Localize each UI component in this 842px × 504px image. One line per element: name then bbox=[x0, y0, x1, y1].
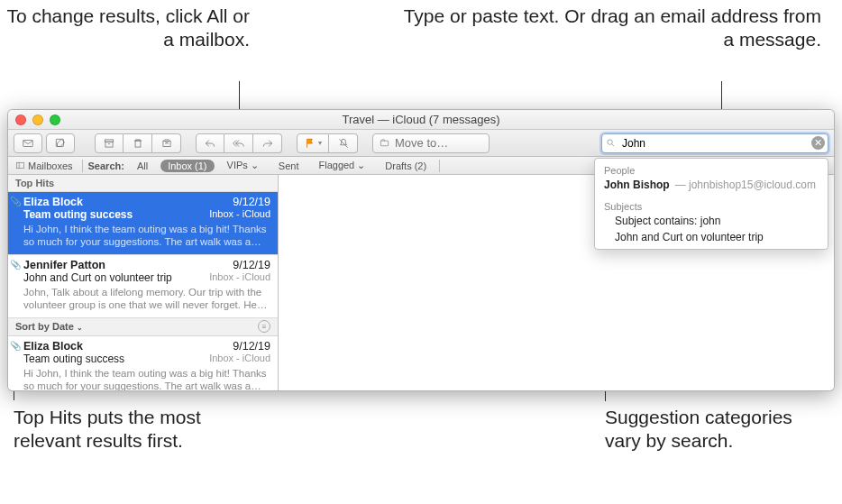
date: 9/12/19 bbox=[233, 340, 270, 353]
message-row[interactable]: 📎 Eliza Block9/12/19 Team outing success… bbox=[8, 192, 278, 255]
callout-tophits: Top Hits puts the most relevant results … bbox=[14, 406, 248, 454]
suggestion-category-people: People bbox=[595, 162, 828, 177]
mailboxes-label: Mailboxes bbox=[28, 160, 73, 171]
attachment-icon: 📎 bbox=[10, 341, 21, 351]
flag-icon bbox=[304, 137, 316, 150]
preview: Hi John, I think the team outing was a b… bbox=[23, 223, 270, 249]
chevron-down-icon: ⌄ bbox=[248, 160, 259, 170]
archive-icon bbox=[103, 137, 115, 150]
suggestion-person[interactable]: John Bishop — johnbishop15@icloud.com bbox=[595, 177, 828, 193]
compose-icon bbox=[54, 137, 67, 150]
search-icon bbox=[606, 137, 616, 151]
sender: Eliza Block bbox=[23, 340, 83, 353]
mailbox-label: Inbox - iCloud bbox=[209, 208, 270, 221]
preview: Hi John, I think the team outing was a b… bbox=[23, 367, 270, 391]
svg-rect-3 bbox=[105, 142, 113, 147]
sort-bar[interactable]: Sort by Date⌄ ≡ bbox=[8, 318, 278, 336]
clear-search-button[interactable]: ✕ bbox=[811, 136, 825, 150]
move-to-button[interactable]: Move to… bbox=[372, 133, 490, 153]
search-label: Search: bbox=[88, 160, 124, 171]
reply-all-button[interactable] bbox=[224, 133, 253, 153]
compose-button[interactable] bbox=[46, 133, 75, 153]
reply-button[interactable] bbox=[196, 133, 224, 153]
scope-sent[interactable]: Sent bbox=[271, 160, 307, 172]
sender: Jennifer Patton bbox=[23, 259, 105, 271]
move-to-label: Move to… bbox=[395, 136, 448, 150]
scope-flagged[interactable]: Flagged ⌄ bbox=[311, 159, 372, 172]
svg-rect-6 bbox=[380, 141, 388, 146]
date: 9/12/19 bbox=[233, 259, 270, 271]
svg-rect-4 bbox=[135, 141, 141, 147]
bell-slash-icon bbox=[337, 137, 350, 150]
delete-button[interactable] bbox=[124, 133, 152, 153]
scope-all[interactable]: All bbox=[130, 160, 155, 172]
search-input[interactable] bbox=[601, 133, 828, 153]
archive-button[interactable] bbox=[95, 133, 124, 153]
junk-button[interactable] bbox=[152, 133, 181, 153]
date: 9/12/19 bbox=[233, 196, 270, 208]
chevron-down-icon: ⌄ bbox=[354, 160, 365, 170]
mailbox-label: Inbox - iCloud bbox=[209, 353, 270, 365]
top-hits-header: Top Hits bbox=[8, 175, 278, 192]
message-row[interactable]: 📎 Jennifer Patton9/12/19 John and Curt o… bbox=[8, 255, 278, 318]
callout-suggestions: Suggestion categories vary by search. bbox=[605, 406, 830, 454]
person-name: John Bishop bbox=[604, 179, 670, 191]
svg-point-7 bbox=[608, 139, 613, 144]
svg-rect-0 bbox=[23, 140, 33, 146]
mail-window: Travel — iCloud (7 messages) bbox=[7, 109, 835, 391]
chevron-down-icon: ▾ bbox=[318, 139, 322, 147]
forward-icon bbox=[261, 137, 274, 150]
mute-button[interactable] bbox=[329, 133, 358, 153]
sort-label: Sort by Date bbox=[15, 321, 74, 332]
trash-icon bbox=[132, 137, 144, 150]
filter-icon[interactable]: ≡ bbox=[258, 320, 270, 333]
toolbar: ▾ Move to… ✕ bbox=[8, 130, 834, 157]
sender: Eliza Block bbox=[23, 196, 83, 208]
message-list: Top Hits 📎 Eliza Block9/12/19 Team outin… bbox=[8, 175, 279, 390]
attachment-icon: 📎 bbox=[10, 197, 21, 206]
suggestion-subject[interactable]: John and Curt on volunteer trip bbox=[595, 229, 828, 245]
sidebar-icon bbox=[15, 160, 25, 170]
preview: John, Talk about a lifelong memory. Our … bbox=[23, 286, 270, 312]
mailboxes-button[interactable]: Mailboxes bbox=[12, 160, 77, 171]
flag-button[interactable]: ▾ bbox=[297, 133, 329, 153]
suggestion-subject[interactable]: Subject contains: john bbox=[595, 213, 828, 229]
callout-search: Type or paste text. Or drag an email add… bbox=[389, 5, 821, 52]
forward-button[interactable] bbox=[253, 133, 282, 153]
subject: Team outing success bbox=[23, 208, 133, 221]
scope-vips[interactable]: VIPs ⌄ bbox=[220, 159, 266, 172]
scope-drafts[interactable]: Drafts (2) bbox=[378, 160, 434, 172]
search-suggestions-popover: People John Bishop — johnbishop15@icloud… bbox=[594, 158, 828, 250]
reply-all-icon bbox=[233, 137, 245, 150]
envelope-icon bbox=[22, 137, 34, 150]
suggestion-category-subjects: Subjects bbox=[595, 198, 828, 213]
callout-scope: To change results, click All or a mailbo… bbox=[6, 5, 250, 52]
titlebar: Travel — iCloud (7 messages) bbox=[8, 110, 834, 130]
reply-icon bbox=[204, 137, 216, 150]
separator bbox=[82, 160, 83, 172]
window-title: Travel — iCloud (7 messages) bbox=[8, 113, 834, 126]
svg-rect-5 bbox=[162, 141, 169, 146]
message-row[interactable]: 📎 Eliza Block9/12/19 Team outing success… bbox=[8, 336, 278, 391]
separator bbox=[439, 160, 440, 172]
get-mail-button[interactable] bbox=[14, 133, 42, 153]
subject: Team outing success bbox=[23, 353, 124, 365]
chevron-down-icon: ⌄ bbox=[77, 324, 83, 332]
svg-rect-8 bbox=[16, 162, 23, 168]
subject: John and Curt on volunteer trip bbox=[23, 271, 172, 284]
person-email: johnbishop15@icloud.com bbox=[689, 179, 816, 191]
junk-icon bbox=[160, 137, 173, 150]
folder-move-icon bbox=[380, 138, 389, 148]
mailbox-label: Inbox - iCloud bbox=[209, 271, 270, 284]
scope-inbox[interactable]: Inbox (1) bbox=[160, 160, 214, 172]
attachment-icon: 📎 bbox=[10, 260, 21, 270]
